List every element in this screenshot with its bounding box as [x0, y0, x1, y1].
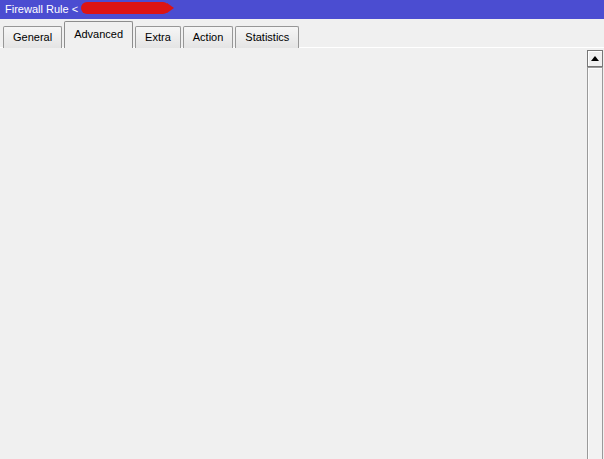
tab-general[interactable]: General: [3, 26, 62, 48]
scroll-up-button[interactable]: [587, 50, 603, 67]
scrollbar[interactable]: [587, 50, 603, 459]
firewall-rule-dialog: Firewall Rule < General Advanced Extra A…: [0, 0, 604, 459]
tab-action[interactable]: Action: [183, 26, 234, 48]
titlebar[interactable]: Firewall Rule <: [0, 0, 604, 19]
redaction-overlay: [81, 2, 169, 14]
window-title: Firewall Rule <: [5, 3, 78, 15]
tab-extra[interactable]: Extra: [135, 26, 181, 48]
advanced-tab-panel: [0, 47, 604, 459]
scroll-up-arrow-icon: [591, 56, 599, 61]
scrollbar-thumb[interactable]: [587, 67, 603, 459]
tab-advanced[interactable]: Advanced: [64, 21, 133, 48]
tab-bar: General Advanced Extra Action Statistics: [3, 21, 604, 48]
tab-statistics[interactable]: Statistics: [235, 26, 299, 48]
